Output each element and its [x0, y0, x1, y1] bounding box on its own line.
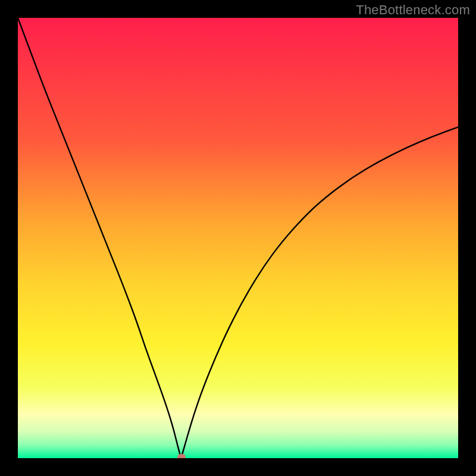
optimum-marker: [177, 454, 186, 458]
chart-svg: [18, 18, 458, 458]
plot-area: [18, 18, 458, 458]
chart-frame: TheBottleneck.com: [0, 0, 476, 476]
watermark-text: TheBottleneck.com: [356, 2, 470, 18]
background-rect: [18, 18, 458, 458]
